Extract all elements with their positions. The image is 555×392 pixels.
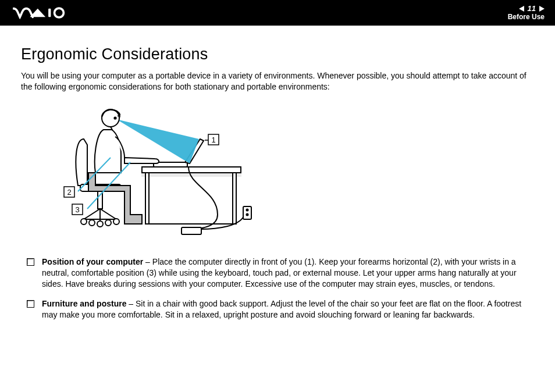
page-number: 11 — [528, 5, 536, 13]
svg-point-22 — [89, 220, 95, 226]
sight-cone-icon — [116, 119, 199, 163]
svg-text:2: 2 — [67, 188, 71, 197]
vaio-logo — [13, 6, 70, 19]
document-page: 11 Before Use Ergonomic Considerations Y… — [0, 0, 555, 392]
intro-paragraph: You will be using your computer as a por… — [21, 70, 534, 92]
prev-page-arrow-icon[interactable] — [519, 6, 524, 12]
svg-point-11 — [247, 213, 248, 215]
section-label: Before Use — [508, 13, 545, 21]
page-nav: 11 — [508, 5, 545, 13]
svg-point-21 — [113, 219, 119, 224]
header-bar: 11 Before Use — [0, 0, 555, 26]
svg-point-20 — [97, 221, 103, 227]
svg-point-25 — [114, 117, 116, 119]
svg-rect-6 — [233, 173, 236, 224]
svg-rect-5 — [145, 173, 149, 224]
next-page-arrow-icon[interactable] — [539, 6, 545, 12]
svg-rect-9 — [243, 206, 251, 219]
callout-2: 2 — [64, 187, 74, 197]
svg-text:1: 1 — [211, 136, 215, 144]
ergonomics-illustration: 1 2 3 — [43, 98, 252, 250]
ergonomics-figure: 1 2 3 — [43, 98, 534, 252]
svg-point-19 — [81, 219, 87, 224]
page-title: Ergonomic Considerations — [21, 45, 534, 63]
svg-rect-1 — [48, 9, 51, 17]
svg-line-16 — [84, 209, 100, 219]
bullet-title: Position of your computer — [42, 257, 143, 266]
svg-point-23 — [105, 220, 111, 226]
header-right: 11 Before Use — [508, 5, 545, 20]
callout-3: 3 — [72, 204, 83, 215]
svg-rect-8 — [182, 227, 201, 234]
list-item: Position of your computer – Place the co… — [24, 256, 533, 290]
bullet-list: Position of your computer – Place the co… — [21, 256, 534, 321]
svg-text:3: 3 — [75, 205, 79, 214]
svg-line-17 — [100, 209, 116, 219]
svg-point-10 — [247, 209, 248, 211]
page-content: Ergonomic Considerations You will be usi… — [0, 26, 555, 329]
vaio-logo-svg — [13, 6, 70, 19]
callout-1: 1 — [205, 134, 219, 145]
bullet-title: Furniture and posture — [42, 299, 126, 308]
list-item: Furniture and posture – Sit in a chair w… — [24, 298, 533, 321]
svg-point-2 — [54, 8, 63, 17]
svg-rect-3 — [142, 167, 241, 173]
svg-marker-0 — [30, 9, 45, 17]
